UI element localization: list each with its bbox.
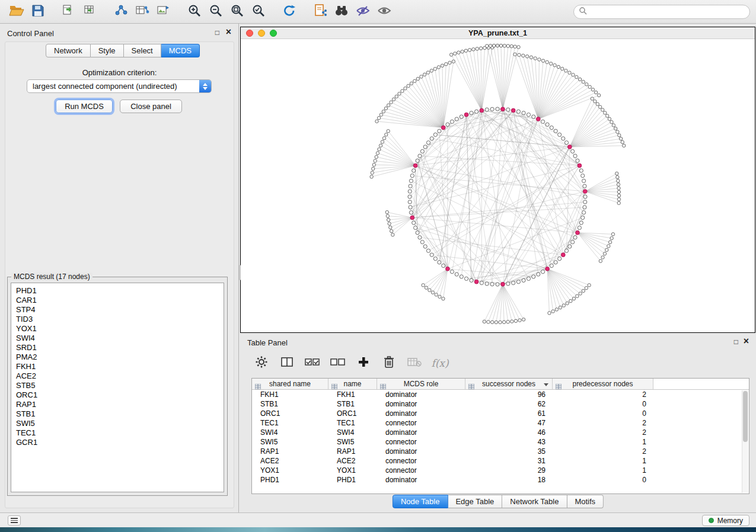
float-table-panel-icon[interactable]: □ [734,338,738,346]
table-cell[interactable]: 2 [553,390,653,399]
table-cell[interactable]: TEC1 [328,418,377,428]
table-cell[interactable]: 31 [465,456,553,466]
status-menu-button[interactable] [8,515,21,525]
open-file-button[interactable] [6,2,27,21]
table-cell[interactable]: SWI4 [328,428,377,437]
table-cell[interactable]: dominator [377,447,465,456]
mcds-result-item[interactable]: TID3 [11,315,224,324]
mcds-result-item[interactable]: PMA2 [11,352,224,362]
table-cell[interactable]: 2 [553,447,653,456]
network-canvas[interactable] [241,39,755,332]
table-row[interactable]: STB1STB1dominator620 [252,399,749,409]
table-cell[interactable]: YOX1 [328,466,377,475]
table-cell[interactable]: dominator [377,428,465,437]
table-cell[interactable]: 1 [553,456,653,466]
table-cell[interactable]: 1 [553,466,653,475]
memory-button[interactable]: Memory [702,515,749,526]
import-table-button[interactable] [79,2,101,21]
select-all-button[interactable] [304,355,321,371]
maximize-window-icon[interactable] [270,30,277,37]
tab-select[interactable]: Select [124,44,161,57]
save-session-button[interactable] [27,2,49,21]
table-cell[interactable]: 2 [553,418,653,428]
table-cell[interactable]: connector [377,466,465,475]
tab-network-table[interactable]: Network Table [502,495,567,508]
table-row[interactable]: ORC1ORC1dominator610 [252,409,749,418]
table-cell[interactable]: STB1 [252,399,328,409]
table-cell[interactable]: 2 [553,428,653,437]
close-window-icon[interactable] [246,30,253,37]
table-cell[interactable]: RAP1 [252,447,328,456]
table-cell[interactable]: dominator [377,475,465,485]
import-network-button[interactable] [58,2,79,21]
table-cell[interactable]: YOX1 [252,466,328,475]
mcds-result-item[interactable]: ORC1 [11,390,224,400]
optimization-criterion-select[interactable]: largest connected component (undirected) [27,79,212,93]
mcds-result-item[interactable]: CAR1 [11,296,224,305]
table-cell[interactable]: 96 [465,390,553,399]
table-row[interactable]: SWI5SWI5connector431 [252,437,749,447]
mcds-result-item[interactable]: SWI4 [11,334,224,343]
table-cell[interactable]: 35 [465,447,553,456]
table-cell[interactable]: 0 [553,399,653,409]
column-header-shared-name[interactable]: shared name [252,379,328,389]
mcds-result-item[interactable]: YOX1 [11,324,224,334]
table-cell[interactable]: dominator [377,409,465,418]
add-column-button[interactable] [355,355,372,371]
table-cell[interactable]: RAP1 [328,447,377,456]
table-cell[interactable]: connector [377,437,465,447]
tab-edge-table[interactable]: Edge Table [448,495,502,508]
table-cell[interactable]: 18 [465,475,553,485]
network-table-button[interactable] [132,2,153,21]
table-cell[interactable]: 0 [553,475,653,485]
table-cell[interactable]: SWI5 [252,437,328,447]
table-cell[interactable]: SWI4 [252,428,328,437]
run-mcds-button[interactable]: Run MCDS [56,100,113,113]
table-cell[interactable]: 43 [465,437,553,447]
search-network-button[interactable] [331,2,352,21]
tab-network[interactable]: Network [46,44,91,57]
mcds-result-item[interactable]: STP4 [11,305,224,315]
zoom-selected-button[interactable] [248,2,269,21]
table-cell[interactable]: dominator [377,399,465,409]
mcds-result-item[interactable]: RAP1 [11,400,224,409]
table-cell[interactable]: 62 [465,399,553,409]
table-cell[interactable]: ORC1 [328,409,377,418]
table-row[interactable]: PHD1PHD1dominator180 [252,475,749,485]
mcds-result-item[interactable]: ACE2 [11,371,224,381]
delete-column-button[interactable] [381,355,397,371]
minimize-window-icon[interactable] [258,30,265,37]
table-cell[interactable]: dominator [377,390,465,399]
close-panel-button[interactable]: Close panel [120,100,182,113]
zoom-in-button[interactable] [184,2,205,21]
table-cell[interactable]: 61 [465,409,553,418]
mcds-result-item[interactable]: TEC1 [11,428,224,438]
publish-document-button[interactable] [310,2,331,21]
table-settings-button[interactable] [253,355,270,371]
table-cell[interactable]: PHD1 [252,475,328,485]
table-cell[interactable]: ACE2 [252,456,328,466]
float-panel-icon[interactable]: □ [215,28,219,37]
table-row[interactable]: FKH1FKH1dominator962 [252,390,749,399]
mcds-result-item[interactable]: PHD1 [11,286,224,296]
table-cell[interactable]: 0 [553,409,653,418]
mcds-result-item[interactable]: FKH1 [11,362,224,371]
mcds-result-item[interactable]: SWI5 [11,419,224,428]
table-cell[interactable]: STB1 [328,399,377,409]
apply-layout-button[interactable] [279,2,300,21]
table-row[interactable]: YOX1YOX1connector291 [252,466,749,475]
table-cell[interactable]: FKH1 [252,390,328,399]
table-cell[interactable]: 29 [465,466,553,475]
network-window-titlebar[interactable]: YPA_prune.txt_1 [241,27,755,39]
close-panel-icon[interactable]: × [226,27,231,37]
column-header-successor-nodes[interactable]: successor nodes [465,379,553,389]
show-hide-button[interactable] [374,2,395,21]
table-cell[interactable]: ORC1 [252,409,328,418]
deselect-all-button[interactable] [330,355,346,371]
zoom-out-button[interactable] [205,2,227,21]
scrollbar-thumb[interactable] [743,391,748,442]
tab-motifs[interactable]: Motifs [567,495,604,508]
export-image-button[interactable] [153,2,174,21]
tab-node-table[interactable]: Node Table [393,495,448,508]
close-table-panel-icon[interactable]: × [744,336,749,347]
